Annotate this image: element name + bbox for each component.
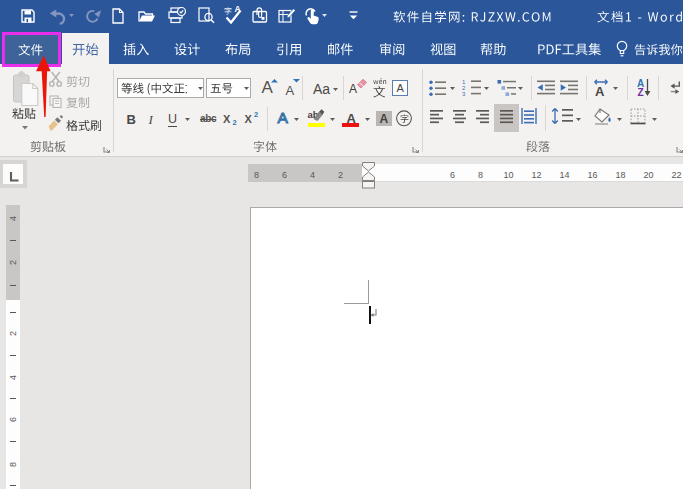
svg-text:3: 3 bbox=[462, 91, 466, 97]
svg-text:2: 2 bbox=[462, 85, 466, 91]
svg-text:1: 1 bbox=[462, 79, 466, 85]
